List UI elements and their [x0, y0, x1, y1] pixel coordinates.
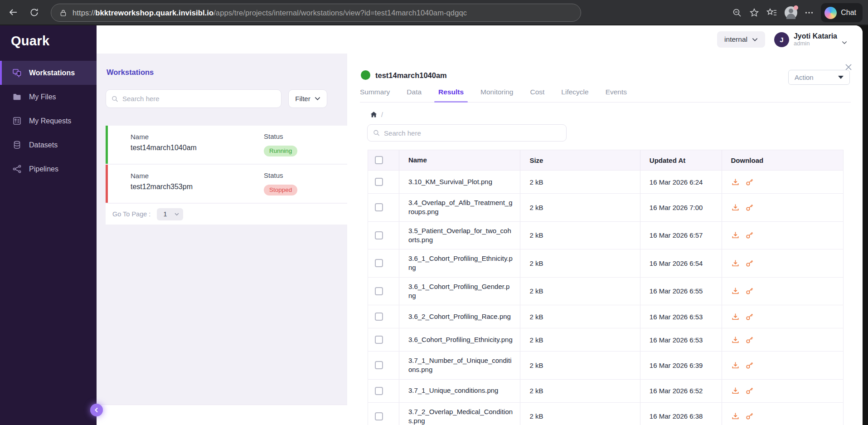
download-icon[interactable] — [731, 231, 740, 239]
home-icon[interactable] — [370, 111, 378, 118]
row-checkbox[interactable] — [375, 287, 383, 295]
row-checkbox[interactable] — [375, 313, 383, 321]
key-icon[interactable] — [745, 336, 754, 344]
tab-summary[interactable]: Summary — [360, 88, 390, 102]
key-icon[interactable] — [745, 313, 754, 321]
key-icon[interactable] — [745, 287, 754, 295]
file-name-cell: 3.6_Cohort_Profiling_Ethnicity.png — [399, 328, 520, 351]
row-checkbox[interactable] — [375, 231, 383, 239]
table-row: 3.6_Cohort_Profiling_Ethnicity.png2 kB16… — [368, 328, 843, 352]
file-name-cell: 3.4_Overlap_of_Afib_Treatment_groups.png — [399, 194, 520, 221]
tab-results[interactable]: Results — [438, 88, 464, 102]
back-arrow-icon — [8, 7, 18, 17]
download-icon[interactable] — [731, 361, 740, 370]
row-checkbox[interactable] — [375, 412, 383, 420]
sidebar: Quark WorkstationsMy FilesMy RequestsDat… — [0, 25, 97, 425]
address-bar[interactable]: https://bkktreworkshop.quark.invisibl.io… — [51, 4, 581, 22]
results-search[interactable] — [367, 124, 567, 142]
tab-events[interactable]: Events — [606, 88, 627, 102]
panel-title: Workstations — [107, 68, 154, 77]
row-checkbox[interactable] — [375, 259, 383, 267]
workstation-card[interactable]: Nametest14march1040amStatusRunning — [106, 126, 347, 165]
file-name-cell: 3.5_Patient_Overlap_for_two_cohorts.png — [399, 222, 520, 249]
column-header-download: Download — [722, 150, 843, 170]
tab-monitoring[interactable]: Monitoring — [480, 88, 513, 102]
workstation-name: test14march1040am — [131, 144, 347, 152]
row-checkbox[interactable] — [375, 203, 383, 211]
file-size-cell: 2 kB — [520, 380, 640, 402]
row-select-cell — [368, 352, 399, 379]
action-dropdown[interactable]: Action — [788, 70, 850, 85]
download-icon[interactable] — [731, 178, 740, 186]
page-select[interactable]: 1 — [157, 208, 183, 220]
project-selector[interactable]: internal — [717, 31, 765, 48]
sidebar-item-my-files[interactable]: My Files — [0, 85, 97, 109]
tab-lifecycle[interactable]: Lifecycle — [561, 88, 588, 102]
results-search-input[interactable] — [384, 129, 561, 137]
favorites-bar-icon[interactable] — [766, 8, 777, 18]
row-select-cell — [368, 222, 399, 249]
key-icon[interactable] — [745, 178, 754, 186]
name-label: Name — [131, 172, 347, 180]
download-icon[interactable] — [731, 336, 740, 344]
tab-cost[interactable]: Cost — [530, 88, 544, 102]
sidebar-item-workstations[interactable]: Workstations — [0, 61, 97, 85]
download-icon[interactable] — [731, 287, 740, 295]
row-checkbox[interactable] — [375, 387, 383, 395]
key-icon[interactable] — [745, 231, 754, 239]
browser-profile-avatar[interactable] — [785, 6, 797, 19]
row-checkbox[interactable] — [375, 178, 383, 186]
browser-menu-icon[interactable] — [805, 8, 814, 17]
file-name-cell: 3.7_1_Unique_conditions.png — [399, 380, 520, 402]
user-menu[interactable]: J Jyoti Kataria admin — [774, 32, 847, 47]
row-checkbox[interactable] — [375, 361, 383, 369]
select-all-checkbox[interactable] — [375, 156, 383, 164]
download-icon[interactable] — [731, 313, 740, 321]
browser-back-button[interactable] — [5, 5, 21, 20]
sidebar-item-my-requests[interactable]: My Requests — [0, 109, 97, 133]
chevron-down-icon — [842, 41, 847, 44]
file-updated-cell: 16 Mar 2026 6:24 — [640, 171, 722, 193]
sidebar-item-pipelines[interactable]: Pipelines — [0, 157, 97, 181]
column-header-updated-at: Updated At — [640, 150, 722, 170]
download-icon[interactable] — [731, 259, 740, 268]
key-icon[interactable] — [745, 412, 754, 420]
workstation-card[interactable]: Nametest12march353pmStatusStopped — [106, 165, 347, 204]
file-actions-cell — [722, 222, 843, 249]
screen: https://bkktreworkshop.quark.invisibl.io… — [0, 0, 868, 425]
copilot-chat-button[interactable]: Chat — [821, 3, 863, 22]
table-row: 3.4_Overlap_of_Afib_Treatment_groups.png… — [368, 194, 843, 222]
workstations-search-input[interactable] — [122, 95, 276, 103]
key-icon[interactable] — [745, 259, 754, 268]
table-row: 3.6_2_Cohort_Profiling_Race.png2 kB16 Ma… — [368, 305, 843, 328]
row-checkbox[interactable] — [375, 336, 383, 344]
filter-button[interactable]: Filter — [288, 89, 327, 108]
breadcrumb: / — [370, 111, 383, 118]
browser-reload-button[interactable] — [26, 5, 42, 20]
reload-icon — [29, 8, 39, 17]
key-icon[interactable] — [745, 386, 754, 395]
zoom-out-icon[interactable] — [732, 8, 742, 18]
avatar-head — [789, 9, 793, 13]
download-icon[interactable] — [731, 412, 740, 420]
workstations-search[interactable] — [106, 89, 281, 108]
download-icon[interactable] — [731, 203, 740, 212]
chat-label: Chat — [841, 9, 856, 17]
file-actions-cell — [722, 328, 843, 351]
download-icon[interactable] — [731, 386, 740, 395]
url-host: bkktreworkshop.quark.invisibl.io — [95, 9, 213, 17]
favorite-star-icon[interactable] — [749, 8, 759, 18]
page-content: internal J Jyoti Kataria admin Workstati… — [0, 25, 863, 425]
sidebar-collapse-button[interactable] — [90, 404, 103, 416]
tab-data[interactable]: Data — [407, 88, 422, 102]
filter-label: Filter — [295, 95, 310, 103]
workstation-name: test12march353pm — [131, 183, 347, 191]
key-icon[interactable] — [745, 203, 754, 212]
workstations-panel: Workstations Filter Nametest14march1040a… — [97, 54, 347, 405]
page-select-value: 1 — [163, 210, 167, 218]
file-size-cell: 2 kB — [520, 249, 640, 277]
row-select-cell — [368, 278, 399, 305]
key-icon[interactable] — [745, 361, 754, 370]
table-row: 3.6_1_Cohort_Profiling_Gender.png2 kB16 … — [368, 278, 843, 306]
sidebar-item-datasets[interactable]: Datasets — [0, 133, 97, 157]
